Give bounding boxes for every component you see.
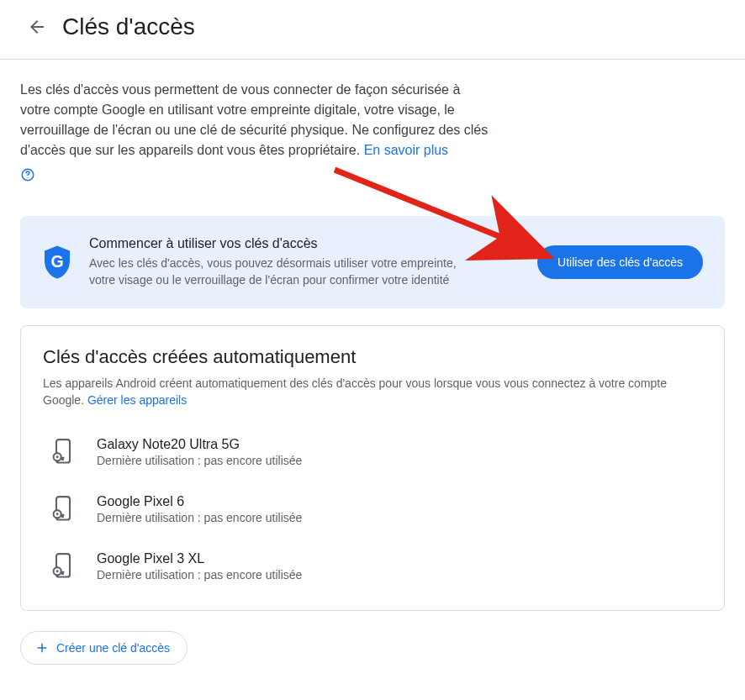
promo-title: Commencer à utiliser vos clés d'accès bbox=[89, 236, 520, 251]
device-info: Google Pixel 3 XL Dernière utilisation :… bbox=[97, 551, 302, 582]
svg-point-10 bbox=[56, 513, 59, 515]
create-passkey-button[interactable]: Créer une clé d'accès bbox=[20, 631, 188, 665]
plus-icon bbox=[34, 640, 50, 655]
auto-passkeys-card: Clés d'accès créées automatiquement Les … bbox=[20, 325, 725, 611]
create-passkey-label: Créer une clé d'accès bbox=[56, 641, 170, 655]
use-passkeys-button[interactable]: Utiliser des clés d'accès bbox=[537, 245, 703, 279]
page-title: Clés d'accès bbox=[62, 13, 195, 40]
page-header: Clés d'accès bbox=[0, 0, 745, 60]
device-status: Dernière utilisation : pas encore utilis… bbox=[97, 568, 302, 582]
phone-key-icon bbox=[51, 496, 75, 523]
device-item: Galaxy Note20 Ultra 5G Dernière utilisat… bbox=[43, 424, 702, 481]
device-name: Galaxy Note20 Ultra 5G bbox=[97, 437, 302, 452]
auto-card-title: Clés d'accès créées automatiquement bbox=[43, 346, 702, 368]
phone-key-icon bbox=[51, 439, 75, 466]
promo-description: Avec les clés d'accès, vous pouvez désor… bbox=[89, 255, 476, 288]
device-item: Google Pixel 3 XL Dernière utilisation :… bbox=[43, 538, 702, 595]
help-icon[interactable] bbox=[20, 167, 35, 182]
learn-more-link[interactable]: En savoir plus bbox=[364, 143, 449, 157]
intro-paragraph: Les clés d'accès vous permettent de vous… bbox=[20, 80, 491, 161]
arrow-left-icon bbox=[27, 17, 47, 37]
promo-card: G Commencer à utiliser vos clés d'accès … bbox=[20, 216, 725, 308]
manage-devices-link[interactable]: Gérer les appareils bbox=[87, 393, 187, 407]
device-name: Google Pixel 6 bbox=[97, 494, 302, 509]
auto-card-description: Les appareils Android créent automatique… bbox=[43, 375, 702, 408]
main-content: Les clés d'accès vous permettent de vous… bbox=[0, 60, 745, 690]
device-item: Google Pixel 6 Dernière utilisation : pa… bbox=[43, 481, 702, 538]
svg-text:G: G bbox=[50, 252, 63, 271]
device-status: Dernière utilisation : pas encore utilis… bbox=[97, 511, 302, 524]
device-name: Google Pixel 3 XL bbox=[97, 551, 302, 566]
promo-text-block: Commencer à utiliser vos clés d'accès Av… bbox=[89, 236, 520, 288]
svg-point-1 bbox=[27, 177, 28, 178]
phone-key-icon bbox=[51, 553, 75, 580]
device-list: Galaxy Note20 Ultra 5G Dernière utilisat… bbox=[43, 424, 702, 595]
device-info: Galaxy Note20 Ultra 5G Dernière utilisat… bbox=[97, 437, 302, 467]
svg-point-6 bbox=[56, 455, 59, 458]
device-status: Dernière utilisation : pas encore utilis… bbox=[97, 454, 302, 467]
svg-point-14 bbox=[56, 570, 59, 572]
device-info: Google Pixel 6 Dernière utilisation : pa… bbox=[97, 494, 302, 524]
shield-icon: G bbox=[42, 244, 72, 281]
back-button[interactable] bbox=[20, 10, 54, 44]
